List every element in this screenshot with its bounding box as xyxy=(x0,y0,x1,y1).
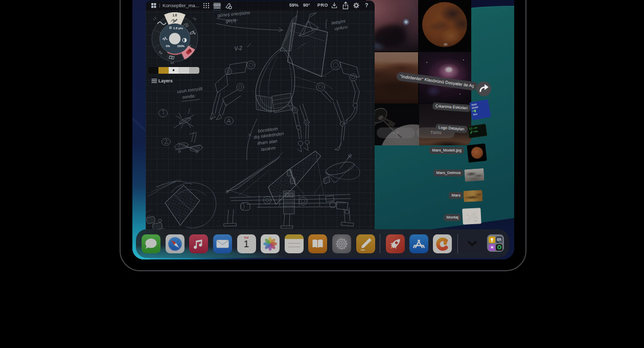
svg-text:1.6: 1.6 xyxy=(172,13,177,17)
svg-text:uzun menzilli: uzun menzilli xyxy=(177,86,203,94)
svg-text:uyduru: uyduru xyxy=(334,24,348,31)
svg-text:V-2: V-2 xyxy=(234,45,243,52)
svg-text:3.5: 3.5 xyxy=(192,17,197,21)
svg-text:1.6 pts: 1.6 pts xyxy=(173,27,183,30)
svg-text:tasarım: tasarım xyxy=(261,145,276,152)
svg-text:sonda:: sonda: xyxy=(182,93,196,100)
svg-text:100%: 100% xyxy=(177,45,184,48)
svg-text:0%: 0% xyxy=(166,45,170,48)
svg-text:1.3: 1.3 xyxy=(152,16,157,20)
svg-text:geçiş: geçiş xyxy=(225,17,237,24)
svg-text:6.8: 6.8 xyxy=(170,62,174,64)
